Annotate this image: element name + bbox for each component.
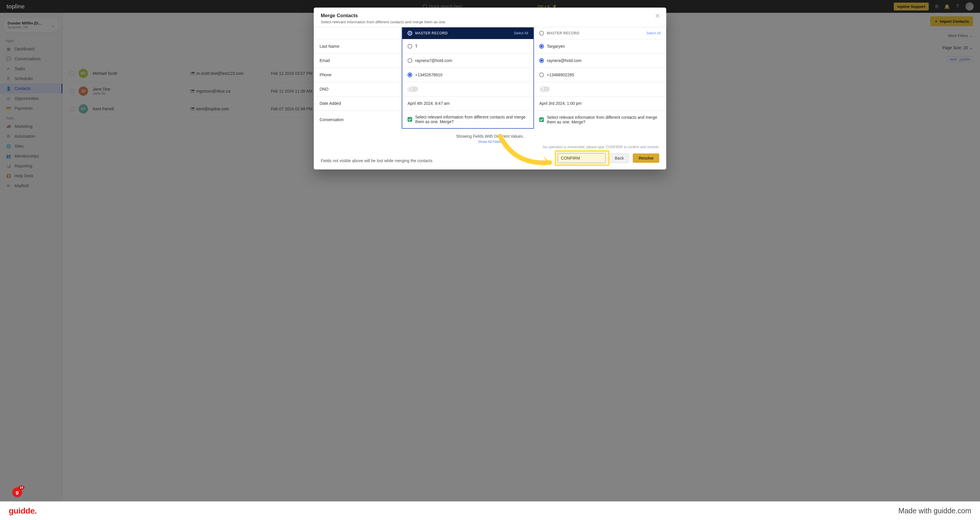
cell-conv-1[interactable]: Select relevant information from differe…	[402, 110, 534, 129]
radio-icon[interactable]	[539, 73, 544, 77]
field-header-empty	[314, 27, 402, 39]
radio-icon[interactable]	[407, 73, 412, 77]
select-all-1[interactable]: Select All	[514, 31, 528, 35]
toggle-dnd-2[interactable]	[539, 86, 550, 92]
master-record-2-header[interactable]: MASTER RECORD Select All	[534, 27, 666, 39]
merge-contacts-modal: Merge Contacts Select relevant informati…	[314, 8, 666, 170]
cell-phone-2[interactable]: +13468902265	[534, 68, 666, 82]
checkbox-icon[interactable]	[407, 117, 412, 122]
radio-master-2[interactable]	[539, 31, 544, 35]
footer-actions: his operation is irreversible, please ty…	[558, 153, 659, 163]
field-date-added: Date Added	[314, 96, 402, 110]
diff-values-text: Showing Fields With Different Values.	[314, 134, 666, 139]
modal-footer: Fields not visible above will be lost wh…	[314, 147, 666, 170]
guidde-logo: guidde.	[9, 506, 37, 516]
cell-dnd-1[interactable]	[402, 82, 534, 96]
after-table-info: Showing Fields With Different Values. Sh…	[314, 129, 666, 147]
field-phone: Phone	[314, 68, 402, 82]
field-last-name: Last Name	[314, 39, 402, 53]
cell-conv-2[interactable]: Select relevant information from differe…	[534, 110, 666, 129]
field-conversation: Conversation	[314, 110, 402, 129]
resolve-button[interactable]: Resolve	[633, 154, 659, 163]
toggle-dnd-1[interactable]	[407, 86, 418, 92]
modal-header: Merge Contacts Select relevant informati…	[314, 8, 666, 27]
confirm-input[interactable]	[558, 153, 606, 163]
modal-subtitle: Select relevant information from differe…	[321, 20, 659, 24]
cell-date-1: April 4th 2024, 8:47 am	[402, 96, 534, 110]
guidde-footer: guidde. Made with guidde.com	[0, 501, 980, 520]
select-all-2[interactable]: Select All	[646, 31, 661, 35]
show-all-fields-link[interactable]: Show All Fields	[314, 140, 666, 144]
badge-count: 14	[18, 486, 24, 490]
guidde-badge[interactable]: g14	[12, 487, 22, 497]
cell-dnd-2[interactable]	[534, 82, 666, 96]
radio-icon[interactable]	[539, 58, 544, 63]
back-button[interactable]: Back	[609, 153, 629, 163]
master-label: MASTER RECORD	[415, 31, 448, 35]
guidde-attribution: Made with guidde.com	[899, 507, 971, 515]
radio-master-1[interactable]	[407, 31, 412, 35]
radio-icon[interactable]	[407, 58, 412, 63]
master-record-1-header[interactable]: MASTER RECORD Select All	[402, 27, 534, 39]
cell-last-name-2[interactable]: Targaryen	[534, 39, 666, 53]
cell-date-2: April 3rd 2024, 1:00 pm	[534, 96, 666, 110]
footer-warning: Fields not visible above will be lost wh…	[321, 159, 433, 163]
radio-icon[interactable]	[539, 44, 544, 49]
modal-overlay: Merge Contacts Select relevant informati…	[0, 0, 980, 520]
modal-title: Merge Contacts	[321, 13, 659, 19]
confirm-hint: his operation is irreversible, please ty…	[543, 145, 659, 149]
close-icon[interactable]	[655, 13, 660, 19]
cell-last-name-1[interactable]: T	[402, 39, 534, 53]
cell-phone-1[interactable]: +13452678910	[402, 68, 534, 82]
cell-email-2[interactable]: raynera@hotd.com	[534, 53, 666, 68]
radio-icon[interactable]	[407, 44, 412, 49]
checkbox-icon[interactable]	[539, 117, 544, 122]
merge-table: MASTER RECORD Select All MASTER RECORD S…	[314, 27, 666, 129]
cell-email-1[interactable]: raynera7@hotd.com	[402, 53, 534, 68]
field-email: Email	[314, 53, 402, 68]
master-label: MASTER RECORD	[547, 31, 579, 35]
field-dnd: DND	[314, 82, 402, 96]
